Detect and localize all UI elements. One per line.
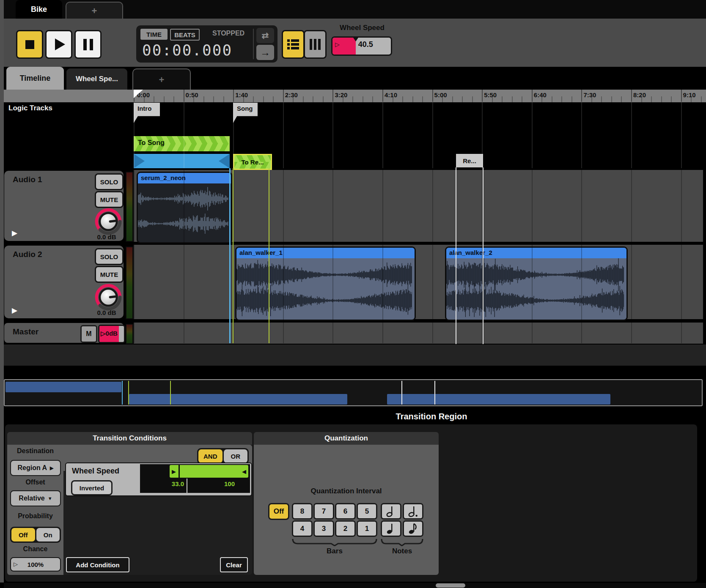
- expand-track-icon[interactable]: ▶: [12, 229, 17, 238]
- expand-track-icon[interactable]: ▶: [12, 306, 17, 315]
- quantization-quarter-note-button[interactable]: [381, 520, 401, 537]
- transition-region-to-re[interactable]: To Re...: [233, 154, 272, 170]
- tab-timeline[interactable]: Timeline: [6, 67, 64, 90]
- probability-off-button[interactable]: Off: [11, 528, 35, 542]
- tab-wheel-speed[interactable]: Wheel Spe...: [66, 68, 127, 90]
- new-project-tab-button[interactable]: +: [66, 2, 123, 19]
- solo-button-audio2[interactable]: SOLO: [95, 248, 124, 265]
- horizontal-scrollbar-thumb[interactable]: [436, 583, 465, 588]
- ruler-tick-label: 2:30: [285, 91, 298, 98]
- overview-marker-line: [434, 381, 435, 405]
- ruler-tick-label: 9:10: [683, 91, 696, 98]
- play-triangle-icon: ▷: [335, 41, 340, 48]
- quantization-bar-4[interactable]: 4: [292, 520, 313, 537]
- quantization-bar-8[interactable]: 8: [292, 503, 313, 520]
- master-gain-slider[interactable]: ▷0dB: [98, 325, 125, 343]
- timeline-ruler[interactable]: 0:000:501:402:303:204:105:005:506:407:30…: [4, 90, 706, 102]
- quantization-off-button[interactable]: Off: [268, 503, 289, 520]
- quantization-bar-1[interactable]: 1: [357, 520, 377, 537]
- gain-value-audio1: 0.0 dB: [87, 233, 126, 241]
- stop-icon: [25, 40, 34, 49]
- volume-knob-audio2[interactable]: [94, 283, 123, 312]
- follow-playhead-button[interactable]: →: [256, 45, 274, 60]
- mute-button-audio1[interactable]: MUTE: [95, 191, 124, 208]
- pause-button[interactable]: [74, 30, 102, 59]
- quantization-interval-label: Quantization Interval: [254, 487, 439, 495]
- ruler-tick-label: 5:00: [434, 91, 447, 98]
- ruler-tick-label: 5:50: [484, 91, 497, 98]
- clear-button[interactable]: Clear: [220, 557, 248, 572]
- add-condition-button[interactable]: Add Condition: [66, 557, 129, 572]
- pause-icon: [83, 39, 93, 50]
- condition-card-wheel-speed[interactable]: Wheel Speed Inverted ▶ ◀ 33.0 100: [65, 462, 252, 496]
- wheel-speed-value: 40.5: [358, 40, 373, 49]
- ruler-major-ticks: [134, 90, 706, 102]
- chance-slider[interactable]: ▷ 100%: [10, 557, 61, 572]
- volume-knob-audio1[interactable]: [94, 207, 123, 236]
- inverted-button[interactable]: Inverted: [71, 480, 113, 495]
- mono-button-master[interactable]: M: [80, 325, 97, 343]
- chance-label: Chance: [7, 545, 63, 553]
- clip-alan-walker-1[interactable]: alan_walker_1: [235, 246, 416, 321]
- ruler-tick-label: 6:40: [534, 91, 547, 98]
- quantization-dotted-half-note-button[interactable]: [403, 503, 423, 520]
- quantization-bar-7[interactable]: 7: [313, 503, 334, 520]
- marker-intro[interactable]: Intro: [134, 103, 160, 123]
- overview-clip-segment: [387, 394, 610, 405]
- waveform: [236, 258, 412, 317]
- range-max-handle[interactable]: ◀: [240, 465, 248, 478]
- mute-button-audio2[interactable]: MUTE: [95, 266, 124, 283]
- project-tab-bike[interactable]: Bike: [16, 0, 62, 19]
- overview-marker-line: [128, 381, 129, 405]
- clip-serum-2-neon[interactable]: serum_2_neon: [137, 172, 232, 243]
- active-region-bar[interactable]: [134, 154, 230, 168]
- track-header-audio2: Audio 2 SOLO MUTE 0.0 dB ▶: [4, 246, 124, 318]
- stop-button[interactable]: [16, 30, 43, 59]
- track-name: Audio 2: [13, 250, 42, 259]
- quantization-bar-6[interactable]: 6: [335, 503, 356, 520]
- quantization-bar-5[interactable]: 5: [357, 503, 377, 520]
- slider-notch: [353, 38, 358, 41]
- destination-select[interactable]: Region A▶: [10, 460, 61, 476]
- level-meter-audio2: [126, 246, 133, 319]
- gain-value-audio2: 0.0 dB: [87, 309, 126, 316]
- quantization-bar-3[interactable]: 3: [313, 520, 334, 537]
- transition-region-to-song[interactable]: To Song: [134, 136, 230, 151]
- window-edge: [0, 0, 4, 583]
- offset-select[interactable]: Relative▼: [10, 490, 61, 506]
- condition-range-slider[interactable]: ▶ ◀ 33.0 100: [140, 464, 250, 493]
- marker-song[interactable]: Song: [233, 103, 258, 123]
- new-view-tab-button[interactable]: +: [132, 68, 191, 90]
- clip-alan-walker-2[interactable]: alan_walker_2: [445, 246, 628, 321]
- beats-mode-button[interactable]: BEATS: [170, 29, 200, 41]
- list-view-button[interactable]: [282, 30, 305, 59]
- solo-button-audio1[interactable]: SOLO: [95, 173, 124, 190]
- region-boundary-line: [456, 167, 456, 344]
- condition-name: Wheel Speed: [72, 467, 119, 476]
- transport-toolbar: TIME BEATS STOPPED 00:00.000 ⇄ → Wheel S…: [4, 19, 706, 67]
- wheel-speed-slider[interactable]: ▷ 40.5: [331, 36, 392, 56]
- play-button[interactable]: [45, 30, 72, 59]
- track-name: Audio 1: [13, 175, 42, 184]
- loop-button[interactable]: ⇄: [256, 28, 274, 43]
- time-mode-button[interactable]: TIME: [140, 29, 168, 40]
- mixer-view-button[interactable]: [304, 30, 327, 59]
- level-meter-master: [126, 324, 133, 344]
- or-button[interactable]: OR: [224, 449, 248, 463]
- quantization-bar-2[interactable]: 2: [335, 520, 356, 537]
- range-min-handle[interactable]: ▶: [170, 465, 178, 478]
- timeline-overview[interactable]: [4, 379, 703, 406]
- region-boundary-line: [269, 168, 269, 343]
- and-button[interactable]: AND: [198, 449, 223, 463]
- quantization-half-note-button[interactable]: [381, 503, 401, 520]
- track-lane-master[interactable]: [134, 323, 703, 344]
- clock-value: 00:00.000: [142, 41, 232, 59]
- range-tick: [179, 465, 180, 478]
- probability-on-button[interactable]: On: [36, 528, 60, 542]
- region-re[interactable]: Re...: [456, 154, 483, 167]
- quantization-panel: Quantization Quantization Interval Off 8…: [254, 432, 439, 575]
- probability-toggle: Off On: [10, 527, 61, 543]
- destination-label: Destination: [7, 447, 63, 455]
- ruler-tick-label: 3:20: [335, 91, 347, 98]
- quantization-eighth-note-button[interactable]: [403, 520, 423, 537]
